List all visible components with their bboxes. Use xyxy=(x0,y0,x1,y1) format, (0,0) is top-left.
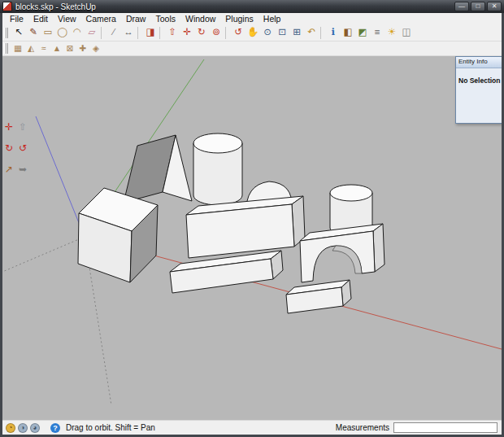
zoom-extents-tool-button[interactable]: ⊞ xyxy=(289,25,304,40)
arc-tool-button[interactable]: ◠ xyxy=(70,25,85,40)
toolbar-separator xyxy=(101,27,105,39)
dimension-tool-button[interactable]: ↔ xyxy=(121,25,136,40)
materials-button[interactable]: ◧ xyxy=(341,25,355,40)
tool-icon: ↻ xyxy=(5,143,13,153)
measurements-input[interactable] xyxy=(393,422,497,433)
title-bar[interactable]: blocks.skp - SketchUp —□✕ xyxy=(0,0,504,13)
sandbox-from-scratch-button[interactable]: ▦ xyxy=(11,42,24,55)
window-control-icon: □ xyxy=(476,2,480,11)
rotate-tool-palette-button[interactable]: ↻ xyxy=(2,142,15,155)
tool-icon: ⊡ xyxy=(278,28,286,37)
tool-icon: ▦ xyxy=(14,44,22,53)
menu-item[interactable]: Draw xyxy=(121,14,151,24)
tool-icon: ↺ xyxy=(19,143,27,153)
tool-icon: ∕ xyxy=(113,28,115,37)
minimize-button[interactable]: — xyxy=(454,2,469,11)
previous-view-button[interactable]: ↶ xyxy=(304,25,319,40)
plank-block[interactable] xyxy=(170,251,283,293)
negative-axis-dotted xyxy=(2,237,85,272)
status-geolocation-icon[interactable]: ◔ xyxy=(6,423,15,433)
move-tool-button[interactable]: ✛ xyxy=(180,25,194,40)
tool-icon: ↶ xyxy=(307,28,315,37)
tool-icon: ✚ xyxy=(80,44,87,53)
close-button[interactable]: ✕ xyxy=(487,2,502,11)
pan-tool-button[interactable]: ✋ xyxy=(245,25,260,40)
drawing-canvas[interactable]: ✛⇧↻↺↗➥ Entity Info No Selection xyxy=(2,56,502,420)
menu-item[interactable]: Edit xyxy=(28,14,53,24)
tool-icon: ◧ xyxy=(344,28,353,37)
sandbox-flip-edge-button[interactable]: ◈ xyxy=(89,42,102,55)
tool-icon: ✎ xyxy=(29,28,37,37)
sandbox-drape-button[interactable]: ⊠ xyxy=(63,42,76,55)
rectangle-tool-button[interactable]: ▭ xyxy=(41,25,55,40)
entity-info-body: No Selection xyxy=(456,68,502,90)
menu-item[interactable]: Help xyxy=(259,14,286,24)
menu-item[interactable]: Window xyxy=(180,14,220,24)
styles-button[interactable]: ◩ xyxy=(355,25,370,40)
tool-icon: ⊞ xyxy=(293,28,301,37)
tool-icon: ↔ xyxy=(124,28,133,37)
tool-icon: ✛ xyxy=(5,122,13,132)
menu-item[interactable]: Tools xyxy=(150,14,180,24)
tool-icon: ≈ xyxy=(41,44,46,53)
circle-tool-button[interactable]: ◯ xyxy=(55,25,70,40)
push-pull-tool-button[interactable]: ⇧ xyxy=(165,25,180,40)
small-block[interactable] xyxy=(286,280,351,313)
section-plane-button[interactable]: ◫ xyxy=(399,25,414,40)
tool-icon: ◯ xyxy=(58,28,68,37)
cube-block[interactable] xyxy=(78,188,158,282)
tool-icon: ➥ xyxy=(19,164,27,174)
orbit-tool-palette-button[interactable]: ↺ xyxy=(16,142,29,155)
sandbox-add-detail-button[interactable]: ✚ xyxy=(76,42,89,55)
status-credit-icon[interactable]: ◑ xyxy=(18,423,28,433)
entity-info-panel[interactable]: Entity Info No Selection xyxy=(455,56,502,124)
tool-icon: ↺ xyxy=(234,28,242,37)
paint-bucket-tool-button[interactable]: ◨ xyxy=(143,25,158,40)
rectangular-block[interactable] xyxy=(186,196,305,258)
status-signin-icon[interactable]: ◕ xyxy=(30,423,40,433)
eraser-tool-button[interactable]: ▱ xyxy=(85,25,99,40)
select-tool-button[interactable]: ↖ xyxy=(11,25,26,40)
measurements-label: Measurements xyxy=(336,423,389,432)
sandbox-from-contours-button[interactable]: ◭ xyxy=(24,42,37,55)
help-icon[interactable]: ? xyxy=(50,423,60,433)
layers-button[interactable]: ≡ xyxy=(370,25,385,40)
menu-item[interactable]: View xyxy=(53,14,81,24)
push-pull-palette-button[interactable]: ⇧ xyxy=(16,120,29,133)
move-tool-palette-button[interactable]: ✛ xyxy=(2,120,15,133)
tool-icon: ↗ xyxy=(5,164,13,174)
status-icon-glyph: ◔ xyxy=(9,424,13,431)
tool-icon: ▱ xyxy=(89,28,96,37)
line-tool-button[interactable]: ✎ xyxy=(26,25,41,40)
orbit-tool-button[interactable]: ↺ xyxy=(231,25,245,40)
scale-tool-palette-button[interactable]: ↗ xyxy=(2,163,15,176)
wedge-block[interactable] xyxy=(124,135,192,203)
tool-icon: ⇧ xyxy=(19,122,27,132)
toolbar-grip[interactable] xyxy=(4,28,8,38)
offset-tool-button[interactable]: ⊚ xyxy=(209,25,224,40)
window-frame: FileEditViewCameraDrawToolsWindowPlugins… xyxy=(0,13,504,437)
arch-block[interactable] xyxy=(300,224,385,282)
zoom-tool-button[interactable]: ⊙ xyxy=(260,25,275,40)
follow-me-palette-button[interactable]: ➥ xyxy=(16,163,29,176)
tool-icon: ☀ xyxy=(388,28,396,37)
tool-icon: ⊙ xyxy=(263,28,272,37)
tool-icon: ℹ xyxy=(332,28,335,37)
menu-item[interactable]: File xyxy=(5,14,28,24)
tape-measure-tool-button[interactable]: ∕ xyxy=(106,25,121,40)
cylinder-block[interactable] xyxy=(193,133,242,205)
tool-icon: ✋ xyxy=(247,28,259,37)
menu-item[interactable]: Plugins xyxy=(220,14,258,24)
menu-item[interactable]: Camera xyxy=(81,14,121,24)
sandbox-smoove-button[interactable]: ≈ xyxy=(37,42,50,55)
entity-info-header[interactable]: Entity Info xyxy=(456,57,502,68)
sandbox-stamp-button[interactable]: ▲ xyxy=(50,42,63,55)
application-window: blocks.skp - SketchUp —□✕ FileEditViewCa… xyxy=(0,0,504,437)
toolbar-grip[interactable] xyxy=(4,43,8,54)
3d-scene[interactable] xyxy=(2,56,502,420)
model-info-button[interactable]: ℹ xyxy=(326,25,341,40)
maximize-button[interactable]: □ xyxy=(471,2,485,11)
zoom-window-tool-button[interactable]: ⊡ xyxy=(275,25,289,40)
rotate-tool-button[interactable]: ↻ xyxy=(194,25,209,40)
shadows-button[interactable]: ☀ xyxy=(385,25,399,40)
